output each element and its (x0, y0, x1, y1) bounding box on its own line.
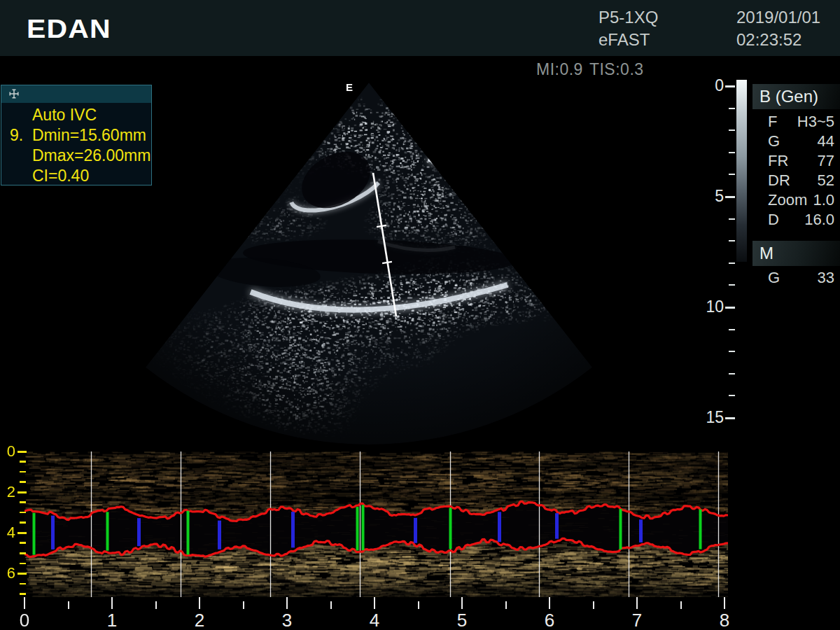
depth-ruler-tick (725, 417, 735, 419)
exam-preset: eFAST (598, 29, 658, 51)
mmode-time-label: 2 (189, 610, 210, 630)
mmode-time-tick (199, 597, 200, 609)
bmode-params-header: B (Gen) (752, 84, 840, 109)
mmode-depth-tick (20, 552, 26, 554)
system-time: 02:23:52 (736, 29, 820, 51)
depth-ruler-tick (729, 395, 735, 396)
brand-logo: EDAN (27, 15, 111, 44)
depth-ruler-tick (725, 307, 735, 309)
depth-ruler-tick (729, 130, 735, 131)
depth-ruler-tick (729, 373, 735, 374)
orientation-marker: E (346, 81, 353, 93)
mmode-depth-tick (20, 583, 26, 585)
depth-ruler-tick (729, 262, 735, 264)
param-row: DR52 (768, 171, 834, 190)
mmode-depth-tick (20, 481, 26, 483)
depth-ruler-tick (729, 351, 735, 352)
mmode-time-tick (549, 597, 550, 609)
grayscale-bar (736, 80, 747, 262)
depth-ruler-tick (729, 284, 735, 286)
measurement-ci: CI=0.40 (32, 167, 89, 185)
param-row: G44 (768, 132, 834, 151)
mmode-depth-tick (20, 512, 26, 514)
bmode-canvas (126, 66, 609, 448)
mmode-time-tick (68, 601, 69, 609)
depth-ruler-label: 0 (696, 76, 724, 95)
depth-ruler-label: 5 (696, 187, 724, 206)
mmode-depth-label: 6 (0, 564, 15, 582)
mmode-time-label: 0 (14, 610, 35, 630)
mmode-depth-tick (20, 501, 26, 503)
mmode-time-tick (418, 601, 419, 609)
mmode-time-tick (593, 601, 594, 609)
depth-ruler-tick (729, 174, 735, 175)
top-bar: EDAN P5-1XQ eFAST 2019/01/01 02:23:52 (0, 0, 840, 56)
mmode-time-tick (505, 601, 507, 609)
mmode-time-label: 3 (276, 610, 298, 630)
depth-ruler-tick (729, 329, 735, 330)
param-row: G33 (768, 268, 834, 288)
mmode-time-label: 6 (539, 610, 560, 630)
mmode-canvas (24, 451, 728, 597)
mmode-depth-tick (20, 522, 26, 524)
mmode-time-tick (636, 597, 638, 609)
mmode-time-label: 4 (364, 610, 385, 630)
mmode-depth-label: 2 (0, 483, 15, 501)
mmode-params: G33 (768, 268, 834, 288)
bmode-params: FH3~5 G44 FR77 DR52 Zoom1.0 D16.0 (768, 112, 834, 230)
ultrasound-screen: EDAN P5-1XQ eFAST 2019/01/01 02:23:52 MI… (0, 0, 840, 630)
mmode-depth-tick (18, 491, 27, 493)
depth-ruler-tick (729, 218, 735, 220)
mmode-depth-tick (20, 471, 26, 473)
mmode-time-label: 8 (714, 610, 735, 630)
mmode-time-label: 5 (451, 610, 472, 630)
param-row: Zoom1.0 (768, 190, 834, 210)
mmode-time-label: 7 (626, 610, 648, 630)
mmode-time-tick (461, 597, 463, 609)
param-row: FH3~5 (768, 112, 834, 132)
mmode-depth-tick (20, 542, 26, 544)
mmode-time-tick (374, 597, 375, 609)
measurement-index: 9. (10, 125, 23, 146)
mmode-time-tick (243, 601, 244, 609)
mmode-depth-tick (18, 573, 27, 575)
mmode-depth-label: 4 (0, 524, 15, 542)
mmode-depth-tick (18, 451, 27, 453)
mmode-depth-tick (20, 593, 26, 595)
probe-model: P5-1XQ (598, 6, 658, 29)
depth-ruler-tick (729, 152, 735, 153)
mmode-time-tick (155, 601, 157, 609)
mmode-time-tick (24, 597, 25, 609)
mmode-depth-tick (20, 461, 26, 463)
param-row: D16.0 (768, 210, 834, 230)
move-icon (8, 88, 20, 99)
mmode-time-tick (286, 597, 288, 609)
mmode-time-tick (724, 597, 725, 609)
mmode-depth-tick (20, 563, 26, 565)
param-row: FR77 (768, 151, 834, 171)
mmode-time-tick (680, 601, 682, 609)
depth-ruler-tick (725, 196, 735, 198)
depth-ruler-label: 15 (696, 408, 724, 427)
mmode-time-tick (111, 597, 113, 609)
mmode-depth-label: 0 (0, 442, 15, 461)
mmode-time-label: 1 (102, 610, 122, 630)
depth-ruler-tick (725, 85, 735, 88)
depth-ruler-tick (729, 240, 735, 241)
mmode-params-header: M (752, 241, 840, 266)
depth-ruler-tick (729, 108, 735, 109)
system-date: 2019/01/01 (736, 6, 820, 29)
depth-ruler-label: 10 (696, 298, 724, 316)
mmode-time-tick (330, 601, 332, 609)
mmode-depth-tick (18, 532, 27, 534)
